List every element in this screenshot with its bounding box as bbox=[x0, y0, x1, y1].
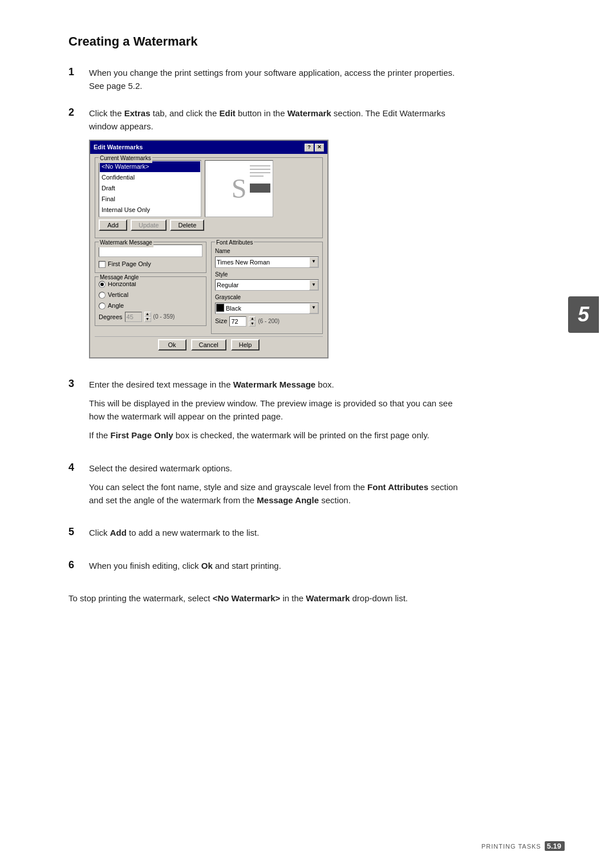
watermark-list[interactable]: <No Watermark> Confidential Draft Final … bbox=[99, 160, 201, 217]
step-1-text: When you change the print settings from … bbox=[89, 68, 455, 91]
step-4-content: Select the desired watermark options. Yo… bbox=[89, 462, 462, 513]
left-section: Watermark Message First Page Only bbox=[95, 242, 206, 334]
size-label: Size bbox=[215, 316, 227, 326]
right-section: Font Attributes Name Times New Roman ▼ S bbox=[211, 242, 323, 334]
msg-angle-bold: Message Angle bbox=[257, 495, 319, 505]
step-1: 1 When you change the print settings fro… bbox=[68, 66, 462, 93]
list-item[interactable]: Final bbox=[100, 194, 200, 205]
degrees-range: (0 - 359) bbox=[153, 312, 175, 321]
cancel-button[interactable]: Cancel bbox=[191, 339, 226, 351]
no-watermark-bold: <No Watermark> bbox=[213, 593, 281, 603]
page-title: Creating a Watermark bbox=[68, 34, 462, 49]
list-item[interactable]: Preliminary bbox=[100, 215, 200, 217]
list-item[interactable]: Internal Use Only bbox=[100, 205, 200, 215]
preview-line bbox=[250, 176, 264, 177]
watermark-message-group: Watermark Message First Page Only bbox=[95, 242, 206, 273]
footer-page: 5.19 bbox=[545, 841, 565, 851]
font-name-label: Name bbox=[215, 247, 319, 256]
step-number-6: 6 bbox=[68, 559, 89, 571]
first-page-only-label: First Page Only bbox=[108, 259, 151, 269]
font-style-label: Style bbox=[215, 270, 319, 279]
first-page-bold: First Page Only bbox=[111, 430, 173, 440]
step-4-text: Select the desired watermark options. bbox=[89, 462, 462, 475]
wm-message-bold: Watermark Message bbox=[233, 380, 316, 389]
size-input[interactable] bbox=[229, 316, 246, 327]
size-down[interactable]: ▼ bbox=[249, 321, 256, 327]
step-4: 4 Select the desired watermark options. … bbox=[68, 462, 462, 513]
extras-bold: Extras bbox=[124, 108, 151, 118]
first-page-only-row: First Page Only bbox=[99, 259, 202, 269]
help-button[interactable]: Help bbox=[231, 339, 260, 351]
font-style-select[interactable]: Regular bbox=[215, 279, 319, 291]
watermark-message-label: Watermark Message bbox=[99, 238, 153, 247]
preview-line bbox=[250, 169, 270, 170]
size-spinner[interactable]: ▲ ▼ bbox=[249, 316, 256, 327]
chapter-number: 5 bbox=[578, 303, 589, 327]
step-3-sub1: This will be displayed in the preview wi… bbox=[89, 397, 462, 423]
step-2-content: Click the Extras tab, and click the Edit… bbox=[89, 107, 462, 364]
step-3-sub2: If the First Page Only box is checked, t… bbox=[89, 429, 462, 442]
list-item[interactable]: Confidential bbox=[100, 172, 200, 183]
angle-radio-group: Horizontal Vertical Angle bbox=[99, 279, 202, 311]
degrees-row: Degrees ▲ ▼ (0 - 359) bbox=[99, 312, 202, 322]
current-watermarks-group: Current Watermarks <No Watermark> Confid… bbox=[95, 157, 323, 238]
preview-line bbox=[250, 172, 270, 173]
angle-label: Angle bbox=[108, 301, 124, 311]
step-5: 5 Click Add to add a new watermark to th… bbox=[68, 526, 462, 545]
dialog-wrapper: Edit Watermarks ? ✕ Current Watermarks bbox=[89, 140, 462, 358]
dialog-titlebar: Edit Watermarks ? ✕ bbox=[90, 141, 327, 154]
horizontal-radio[interactable] bbox=[99, 281, 106, 288]
add-button[interactable]: Add bbox=[99, 219, 127, 231]
step-4-sub1: You can select the font name, style and … bbox=[89, 480, 462, 507]
current-watermarks-label: Current Watermarks bbox=[99, 154, 152, 163]
font-attributes-group: Font Attributes Name Times New Roman ▼ S bbox=[211, 242, 323, 334]
grayscale-wrapper: Black ▼ bbox=[215, 303, 319, 314]
step-number-3: 3 bbox=[68, 378, 89, 390]
font-name-select[interactable]: Times New Roman bbox=[215, 256, 319, 268]
step-number-1: 1 bbox=[68, 66, 89, 78]
add-bold: Add bbox=[110, 528, 127, 537]
dialog-footer-buttons: Ok Cancel Help bbox=[95, 336, 323, 354]
grayscale-select[interactable]: Black bbox=[215, 303, 319, 314]
bottom-half: Watermark Message First Page Only bbox=[95, 242, 323, 334]
list-item[interactable]: <No Watermark> bbox=[100, 161, 200, 172]
preview-block bbox=[250, 184, 270, 193]
step-2: 2 Click the Extras tab, and click the Ed… bbox=[68, 107, 462, 364]
angle-radio-row: Angle bbox=[99, 301, 202, 311]
step-1-content: When you change the print settings from … bbox=[89, 66, 462, 93]
first-page-only-checkbox[interactable] bbox=[99, 261, 106, 268]
message-angle-group: Message Angle Horizontal Ver bbox=[95, 276, 206, 326]
step-number-5: 5 bbox=[68, 526, 89, 538]
degrees-spinner[interactable]: ▲ ▼ bbox=[144, 312, 151, 322]
step-5-content: Click Add to add a new watermark to the … bbox=[89, 526, 462, 545]
grayscale-label: Grayscale bbox=[215, 293, 319, 302]
angle-radio[interactable] bbox=[99, 303, 106, 309]
update-button[interactable]: Update bbox=[131, 219, 167, 231]
dialog-title: Edit Watermarks bbox=[94, 142, 143, 152]
watermark-preview: S bbox=[205, 160, 273, 217]
edit-watermarks-dialog: Edit Watermarks ? ✕ Current Watermarks bbox=[89, 140, 329, 358]
degrees-down[interactable]: ▼ bbox=[144, 317, 151, 322]
vertical-label: Vertical bbox=[108, 290, 128, 300]
size-row: Size ▲ ▼ (6 - 200) bbox=[215, 316, 319, 327]
chapter-tab: 5 bbox=[568, 296, 599, 333]
ok-button[interactable]: Ok bbox=[158, 339, 187, 351]
watermark-bold: Watermark bbox=[287, 108, 331, 118]
message-angle-label: Message Angle bbox=[99, 273, 140, 282]
watermark-action-buttons: Add Update Delete bbox=[99, 219, 319, 231]
delete-button[interactable]: Delete bbox=[170, 219, 204, 231]
preview-letter: S bbox=[232, 175, 247, 202]
step-6-content: When you finish editing, click Ok and st… bbox=[89, 559, 462, 578]
dialog-close-button[interactable]: ✕ bbox=[315, 144, 324, 152]
step-number-2: 2 bbox=[68, 107, 89, 119]
preview-line bbox=[250, 165, 270, 166]
footer-note: To stop printing the watermark, select <… bbox=[68, 592, 462, 605]
vertical-radio[interactable] bbox=[99, 292, 106, 299]
list-item[interactable]: Draft bbox=[100, 183, 200, 194]
dialog-body: Current Watermarks <No Watermark> Confid… bbox=[90, 154, 327, 357]
dialog-help-button[interactable]: ? bbox=[305, 144, 314, 152]
font-attributes-label: Font Attributes bbox=[215, 238, 254, 247]
preview-lines bbox=[250, 165, 270, 193]
degrees-input bbox=[125, 312, 142, 322]
step-6: 6 When you finish editing, click Ok and … bbox=[68, 559, 462, 578]
